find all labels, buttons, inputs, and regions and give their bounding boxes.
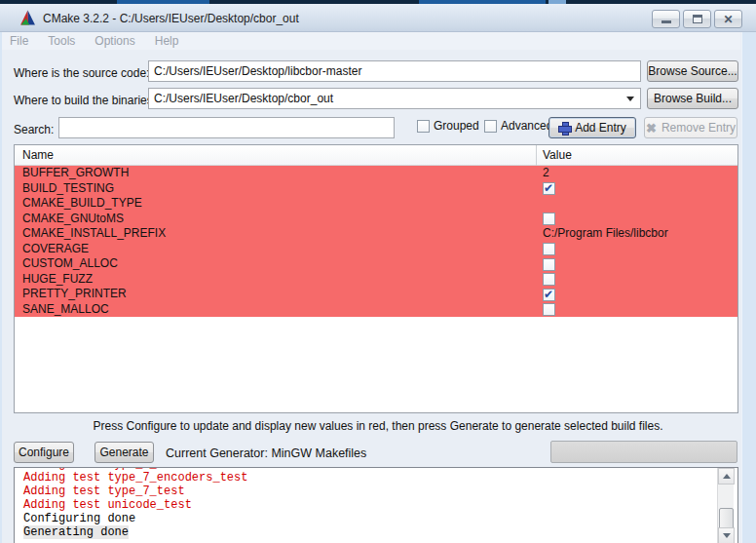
- variable-value-checkbox[interactable]: [543, 289, 555, 301]
- maximize-button[interactable]: [683, 10, 711, 28]
- window-frame-left: [0, 32, 2, 543]
- advanced-checkbox[interactable]: Advanced: [484, 119, 552, 133]
- browse-build-button[interactable]: Browse Build...: [647, 88, 738, 109]
- variable-name[interactable]: HUGE_FUZZ: [22, 272, 93, 288]
- scroll-up-icon: [723, 474, 731, 479]
- progress-bar: [550, 441, 737, 463]
- variable-value-checkbox[interactable]: [543, 258, 555, 271]
- build-binaries-label: Where to build the binaries:: [14, 94, 156, 107]
- advanced-checkbox-box[interactable]: [484, 120, 497, 133]
- configure-hint-text: Press Configure to update and display ne…: [0, 419, 756, 433]
- variable-value-checkbox[interactable]: [543, 273, 555, 286]
- table-row[interactable]: CMAKE_INSTALL_PREFIXC:/Program Files/lib…: [15, 226, 737, 242]
- variable-name[interactable]: SANE_MALLOC: [22, 302, 109, 318]
- table-row[interactable]: BUILD_TESTING: [15, 181, 737, 197]
- remove-entry-button[interactable]: ✖ Remove Entry: [644, 117, 737, 138]
- source-code-label: Where is the source code:: [14, 66, 149, 80]
- table-row[interactable]: HUGE_FUZZ: [15, 272, 737, 288]
- table-row[interactable]: CUSTOM_ALLOC: [15, 256, 737, 272]
- variable-name[interactable]: PRETTY_PRINTER: [22, 287, 127, 302]
- menu-item-help[interactable]: Help: [155, 34, 179, 48]
- scroll-down-icon: [723, 533, 731, 538]
- variable-name[interactable]: CMAKE_INSTALL_PREFIX: [22, 226, 166, 242]
- log-line: Adding test type_7_test: [23, 485, 714, 498]
- table-row[interactable]: CMAKE_BUILD_TYPE: [15, 196, 737, 212]
- close-button[interactable]: ✕: [714, 10, 742, 28]
- search-input[interactable]: [58, 117, 395, 138]
- build-path-combobox[interactable]: C:/Users/IEUser/Desktop/cbor_out: [148, 88, 641, 109]
- table-header[interactable]: Name Value: [15, 145, 737, 166]
- log-lines: Adding test type_6_testAdding test type_…: [23, 467, 714, 539]
- variable-value-checkbox[interactable]: [543, 303, 555, 316]
- table-row[interactable]: COVERAGE: [15, 242, 737, 257]
- menu-item-options[interactable]: Options: [94, 34, 134, 48]
- browse-source-button[interactable]: Browse Source...: [647, 60, 738, 82]
- variable-value-checkbox[interactable]: [543, 243, 555, 255]
- variable-name[interactable]: BUFFER_GROWTH: [22, 166, 129, 181]
- menu-item-tools[interactable]: Tools: [48, 34, 75, 48]
- advanced-label: Advanced: [501, 119, 552, 133]
- log-line: Adding test type_7_encoders_test: [23, 471, 714, 485]
- remove-x-icon: ✖: [646, 122, 657, 135]
- configure-button[interactable]: Configure: [14, 442, 74, 463]
- minimize-button[interactable]: [652, 10, 680, 28]
- grouped-checkbox[interactable]: Grouped: [417, 119, 479, 133]
- generate-button[interactable]: Generate: [94, 442, 154, 463]
- menubar: FileToolsOptionsHelp: [0, 32, 740, 50]
- grouped-label: Grouped: [434, 119, 479, 133]
- scroll-down-button[interactable]: [718, 527, 735, 543]
- scroll-up-button[interactable]: [718, 468, 735, 485]
- search-label: Search:: [14, 123, 54, 136]
- column-header-name[interactable]: Name: [22, 148, 54, 162]
- variable-name[interactable]: COVERAGE: [22, 242, 89, 257]
- variable-name[interactable]: BUILD_TESTING: [22, 181, 114, 197]
- log-scrollbar[interactable]: [717, 468, 734, 543]
- variable-name[interactable]: CMAKE_GNUtoMS: [22, 212, 124, 227]
- current-generator-text: Current Generator: MinGW Makefiles: [166, 446, 366, 460]
- table-rows: BUFFER_GROWTH2BUILD_TESTINGCMAKE_BUILD_T…: [15, 166, 737, 317]
- log-line: Adding test unicode_test: [23, 498, 714, 512]
- variable-value[interactable]: C:/Program Files/libcbor: [543, 226, 668, 242]
- table-row[interactable]: PRETTY_PRINTER: [15, 287, 737, 302]
- variable-value-checkbox[interactable]: [543, 182, 555, 195]
- variable-name[interactable]: CUSTOM_ALLOC: [22, 256, 118, 272]
- titlebar[interactable]: CMake 3.2.2 - C:/Users/IEUser/Desktop/cb…: [0, 4, 756, 32]
- column-divider[interactable]: [536, 145, 537, 166]
- variable-name[interactable]: CMAKE_BUILD_TYPE: [22, 196, 142, 212]
- maximize-icon: [693, 15, 702, 23]
- table-row[interactable]: CMAKE_GNUtoMS: [15, 212, 737, 227]
- source-path-input[interactable]: [148, 60, 641, 82]
- build-path-value: C:/Users/IEUser/Desktop/cbor_out: [154, 92, 333, 105]
- remove-entry-label: Remove Entry: [662, 121, 736, 135]
- output-log[interactable]: Adding test type_6_testAdding test type_…: [14, 467, 738, 543]
- cache-variables-table[interactable]: Name Value BUFFER_GROWTH2BUILD_TESTINGCM…: [14, 144, 738, 413]
- chevron-down-icon[interactable]: [626, 97, 634, 101]
- menu-item-file[interactable]: File: [10, 34, 28, 48]
- window-frame-right: [741, 32, 756, 543]
- add-entry-label: Add Entry: [575, 121, 626, 135]
- minimize-icon: [662, 20, 671, 23]
- log-line: Generating done: [23, 525, 714, 539]
- table-row[interactable]: BUFFER_GROWTH2: [15, 166, 737, 181]
- grouped-checkbox-box[interactable]: [417, 120, 430, 133]
- close-icon: ✕: [723, 14, 733, 25]
- window-title: CMake 3.2.2 - C:/Users/IEUser/Desktop/cb…: [43, 12, 299, 25]
- plus-icon: [558, 122, 570, 134]
- add-entry-button[interactable]: Add Entry: [548, 117, 636, 138]
- cmake-logo-icon: [19, 10, 36, 26]
- column-header-value[interactable]: Value: [543, 148, 572, 162]
- log-line: Configuring done: [23, 512, 714, 525]
- variable-value[interactable]: 2: [543, 166, 549, 181]
- variable-value-checkbox[interactable]: [543, 213, 555, 225]
- table-row[interactable]: SANE_MALLOC: [15, 302, 737, 318]
- window-controls: ✕: [652, 10, 742, 28]
- scrollbar-thumb[interactable]: [719, 508, 734, 529]
